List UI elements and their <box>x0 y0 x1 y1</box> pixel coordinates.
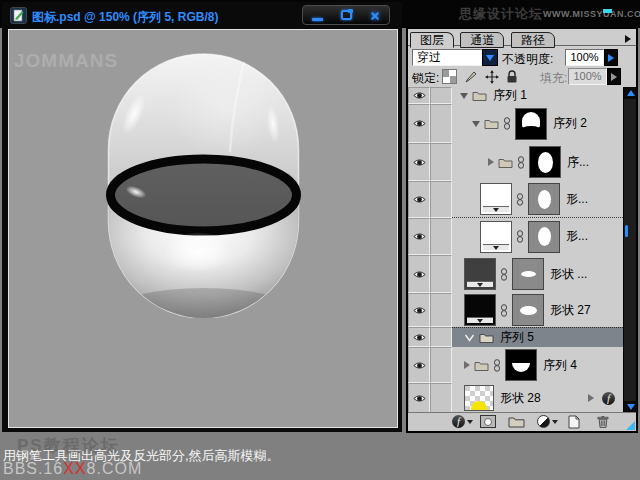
layer-row-shape-b[interactable]: 形... <box>408 218 623 255</box>
visibility-toggle[interactable] <box>408 327 430 347</box>
layer-row-shape28[interactable]: 形状 28 <box>408 383 623 413</box>
fill-value[interactable]: 100% <box>568 68 607 85</box>
open-chevron-icon[interactable] <box>464 334 475 342</box>
bbs-suffix: 8.COM <box>87 460 143 477</box>
restore-icon[interactable] <box>341 10 352 20</box>
fill-slider-icon[interactable] <box>607 68 621 85</box>
layer-name[interactable]: 序... <box>567 154 589 171</box>
expand-triangle-icon[interactable] <box>488 158 494 166</box>
opacity-slider-icon[interactable] <box>604 49 618 66</box>
layer-row-group3[interactable]: 序... <box>408 143 623 181</box>
opacity-value[interactable]: 100% <box>565 49 604 66</box>
visibility-toggle[interactable] <box>408 347 430 383</box>
layer-thumbnail-transparent[interactable] <box>464 385 494 411</box>
adjustment-layer-icon <box>537 415 550 428</box>
layer-thumbnail[interactable] <box>464 294 496 326</box>
layer-row-group5-selected[interactable]: 序列 5 <box>408 327 623 347</box>
layer-name[interactable]: 形状 28 <box>500 390 541 407</box>
link-cell[interactable] <box>430 87 452 104</box>
layer-row-group1[interactable]: 序列 1 <box>408 87 623 104</box>
blend-mode-dropdown-icon[interactable] <box>482 49 498 66</box>
group-mask-thumbnail[interactable] <box>505 349 537 381</box>
layer-row-shape27[interactable]: 形状 27 <box>408 293 623 327</box>
expand-triangle-icon[interactable] <box>464 361 470 369</box>
visibility-toggle[interactable] <box>408 383 430 413</box>
lock-label: 锁定: <box>412 70 439 87</box>
layer-row-shape-c[interactable]: 形状 ... <box>408 255 623 293</box>
layer-thumbnail[interactable] <box>480 183 512 215</box>
lock-move-icon[interactable] <box>484 69 499 84</box>
link-cell[interactable] <box>430 104 452 143</box>
layer-name[interactable]: 序列 2 <box>553 115 587 132</box>
visibility-toggle[interactable] <box>408 104 430 143</box>
layer-name[interactable]: 序列 1 <box>493 87 527 104</box>
lock-all-icon[interactable] <box>504 69 519 84</box>
lock-transparency-icon[interactable] <box>442 69 457 84</box>
visibility-toggle[interactable] <box>408 293 430 327</box>
visibility-toggle[interactable] <box>408 218 430 255</box>
vector-mask-thumbnail[interactable] <box>528 221 560 253</box>
layer-name[interactable]: 形状 27 <box>550 302 591 319</box>
tab-paths[interactable]: 路径 <box>511 32 555 48</box>
new-group-button[interactable] <box>508 415 525 428</box>
mask-link-icon <box>500 268 508 281</box>
layer-name[interactable]: 形... <box>566 191 588 208</box>
tab-channels[interactable]: 通道 <box>460 32 504 48</box>
scroll-up-icon[interactable] <box>624 87 637 99</box>
layers-scrollbar[interactable] <box>623 87 636 413</box>
layer-name[interactable]: 序列 5 <box>500 329 534 346</box>
delete-layer-button[interactable] <box>597 415 609 428</box>
adjustment-layer-button[interactable] <box>537 415 558 428</box>
layer-row-group2[interactable]: 序列 2 <box>408 104 623 143</box>
mask-link-icon <box>493 359 501 372</box>
link-cell[interactable] <box>430 255 452 293</box>
scrollbar-thumb[interactable] <box>625 225 628 237</box>
layer-name[interactable]: 形... <box>566 228 588 245</box>
blend-mode-select[interactable]: 穿过 <box>412 49 482 66</box>
link-cell[interactable] <box>430 218 452 255</box>
link-cell[interactable] <box>430 383 452 413</box>
layer-thumbnail[interactable] <box>480 221 512 253</box>
new-layer-button[interactable] <box>568 415 580 429</box>
link-cell[interactable] <box>430 143 452 181</box>
add-mask-button[interactable] <box>480 415 496 428</box>
minimize-icon[interactable] <box>312 9 323 21</box>
panel-menu-icon[interactable] <box>625 35 631 43</box>
layer-style-button[interactable] <box>452 415 473 428</box>
layer-row-shape-a[interactable]: 形... <box>408 181 623 218</box>
layer-name[interactable]: 序列 4 <box>543 357 577 374</box>
folder-icon <box>484 118 499 129</box>
close-icon[interactable] <box>370 10 380 20</box>
tab-layers[interactable]: 图层 <box>410 32 454 48</box>
layer-name[interactable]: 形状 ... <box>550 266 587 283</box>
layers-panel: 图层 通道 路径 穿过 不透明度: 100% 锁定: 填充: 100% <box>406 28 638 433</box>
collapse-triangle-icon[interactable] <box>472 121 480 127</box>
eye-icon <box>413 91 426 100</box>
collapse-triangle-icon[interactable] <box>460 93 468 99</box>
document-canvas[interactable]: JOMMANS <box>8 29 398 428</box>
link-cell[interactable] <box>430 181 452 218</box>
panel-tabs: 图层 通道 路径 <box>408 29 636 46</box>
effects-expand-icon[interactable] <box>588 394 594 402</box>
vector-mask-thumbnail[interactable] <box>512 294 544 326</box>
visibility-toggle[interactable] <box>408 143 430 181</box>
panel-resize-grip[interactable] <box>626 421 635 430</box>
vector-mask-thumbnail[interactable] <box>528 183 560 215</box>
link-cell[interactable] <box>430 327 452 347</box>
layer-thumbnail[interactable] <box>464 258 496 290</box>
visibility-toggle[interactable] <box>408 255 430 293</box>
vector-mask-thumbnail[interactable] <box>512 258 544 290</box>
visibility-toggle[interactable] <box>408 87 430 104</box>
photoshop-workspace: { "window": { "title": "图标.psd @ 150% (序… <box>0 0 640 480</box>
eye-icon <box>413 333 426 342</box>
eye-icon <box>413 306 426 315</box>
lock-paint-icon[interactable] <box>463 69 478 84</box>
visibility-toggle[interactable] <box>408 181 430 218</box>
link-cell[interactable] <box>430 347 452 383</box>
link-cell[interactable] <box>430 293 452 327</box>
layer-row-group4[interactable]: 序列 4 <box>408 347 623 383</box>
group-mask-thumbnail[interactable] <box>529 146 561 178</box>
layer-style-badge-icon[interactable] <box>602 392 615 405</box>
eye-icon <box>413 361 426 370</box>
group-mask-thumbnail[interactable] <box>515 108 547 140</box>
